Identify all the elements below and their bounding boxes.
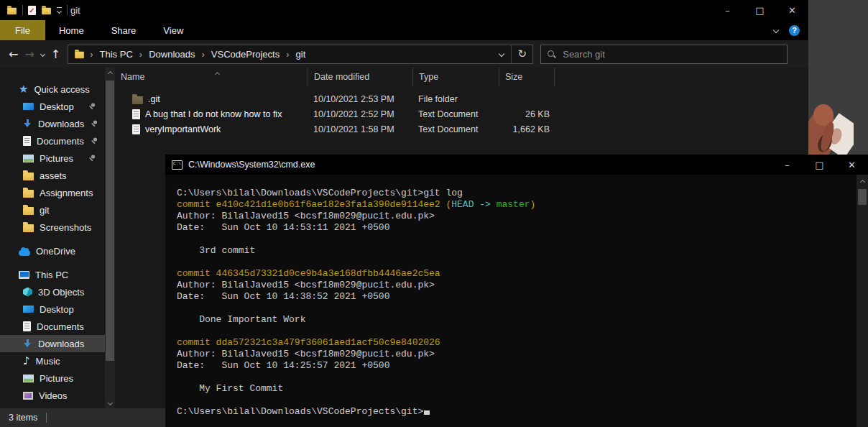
tab-view[interactable]: View <box>149 20 197 40</box>
column-headers: NameDate modifiedTypeSize <box>115 68 808 86</box>
sidebar-item-screenshots[interactable]: Screenshots <box>0 219 105 236</box>
sidebar-item-label: assets <box>40 170 67 181</box>
properties-icon[interactable]: ✓ <box>28 6 36 15</box>
explorer-minimize-button[interactable]: – <box>711 0 744 20</box>
sidebar-item-pictures[interactable]: Pictures <box>0 150 105 167</box>
tab-home[interactable]: Home <box>45 20 98 40</box>
file-type: File folder <box>412 94 499 104</box>
sidebar-item-documents[interactable]: Documents <box>0 318 105 335</box>
scroll-up-icon[interactable] <box>857 176 868 188</box>
sidebar-item-git[interactable]: git <box>0 201 105 219</box>
sort-ascending-icon <box>216 68 219 78</box>
sidebar-item-label: Pictures <box>40 373 73 384</box>
up-arrow-icon[interactable]: ↑ <box>51 47 60 61</box>
navigation-bar: ←→↑ ›This PC›Downloads›VSCodeProjects›gi… <box>0 40 808 68</box>
terminal-line: Done Important Work <box>177 314 857 326</box>
new-folder-icon[interactable] <box>41 5 52 15</box>
explorer-window-controls: –□✕ <box>711 0 808 20</box>
terminal-line: Author: BilalJaved15 <bcsf18m029@pucit.e… <box>177 349 857 360</box>
cmd-window-controls: –□✕ <box>771 155 868 175</box>
cmd-minimize-button[interactable]: – <box>771 155 803 175</box>
sidebar-item-assets[interactable]: assets <box>0 167 105 184</box>
sidebar-item-videos[interactable]: Videos <box>0 387 105 404</box>
pictures-icon <box>23 375 34 382</box>
column-header-date-modified[interactable]: Date modified <box>308 68 412 86</box>
sidebar-item-downloads[interactable]: Downloads <box>0 115 105 132</box>
breadcrumb-separator: › <box>201 49 204 60</box>
breadcrumb-item[interactable]: git <box>295 49 308 60</box>
column-header-type[interactable]: Type <box>412 68 499 86</box>
terminal-line <box>177 234 857 245</box>
scroll-down-icon[interactable] <box>105 397 115 408</box>
address-dropdown-chevron-icon[interactable] <box>492 45 511 63</box>
sidebar-item-label: Videos <box>39 390 68 401</box>
scroll-up-icon[interactable] <box>105 68 115 79</box>
help-icon[interactable]: ? <box>789 25 800 36</box>
recent-locations-chevron-icon[interactable] <box>41 52 45 56</box>
sidebar-item-assignments[interactable]: Assignments <box>0 184 105 201</box>
sidebar-item-3d-objects[interactable]: 3D Objects <box>0 283 105 300</box>
cmd-scrollbar[interactable] <box>857 175 868 427</box>
file-row[interactable]: A bug that I do not know how to fix10/10… <box>115 106 808 121</box>
column-header-name[interactable]: Name <box>115 68 308 86</box>
folder-icon <box>23 222 34 232</box>
sidebar-item-label: Documents <box>37 136 84 147</box>
file-name-text: A bug that I do not know how to fix <box>145 109 282 119</box>
collapse-ribbon-chevron-icon[interactable] <box>774 28 778 32</box>
refresh-icon[interactable]: ↻ <box>511 45 532 63</box>
cmd-titlebar: C:\ C:\Windows\System32\cmd.exe –□✕ <box>165 155 868 175</box>
breadcrumb-separator: › <box>286 49 289 60</box>
sidebar-item-label: Desktop <box>40 304 74 315</box>
sidebar-section-onedrive[interactable]: OneDrive <box>0 242 105 260</box>
cmd-icon[interactable]: C:\ <box>172 160 183 170</box>
file-date-modified: 10/10/2021 2:53 PM <box>308 94 412 104</box>
breadcrumb-item[interactable]: VSCodeProjects <box>210 49 281 60</box>
search-input[interactable] <box>563 49 781 60</box>
sidebar-item-pictures[interactable]: Pictures <box>0 369 105 387</box>
terminal-line <box>177 257 857 268</box>
qat-separator <box>67 5 68 15</box>
file-row[interactable]: .git10/10/2021 2:53 PMFile folder <box>115 91 808 106</box>
address-bar[interactable]: ›This PC›Downloads›VSCodeProjects›git ↻ <box>68 45 533 64</box>
file-name-text: .git <box>148 94 160 104</box>
pin-icon <box>88 154 96 162</box>
explorer-close-button[interactable]: ✕ <box>776 0 808 20</box>
address-bar-right: ↻ <box>492 45 532 63</box>
tab-file[interactable]: File <box>0 20 45 40</box>
sidebar-scrollbar[interactable] <box>105 68 115 408</box>
breadcrumb-item[interactable]: Downloads <box>147 49 196 60</box>
column-header-size[interactable]: Size <box>499 68 555 86</box>
sidebar-item-downloads[interactable]: Downloads <box>0 335 105 352</box>
explorer-maximize-button[interactable]: □ <box>744 0 776 20</box>
sidebar-item-desktop[interactable]: Desktop <box>0 98 105 115</box>
back-arrow-icon[interactable]: ← <box>9 47 18 61</box>
terminal-line <box>177 395 857 406</box>
terminal-line: My First Commit <box>177 383 857 395</box>
sidebar-item-music[interactable]: ♪Music <box>0 352 105 369</box>
cmd-scrollbar-thumb[interactable] <box>858 189 867 205</box>
tab-share[interactable]: Share <box>98 20 150 40</box>
search-box[interactable] <box>540 45 788 64</box>
breadcrumb-item[interactable]: This PC <box>98 49 134 60</box>
folder-icon <box>23 205 34 215</box>
breadcrumb-separator: › <box>90 49 93 60</box>
forward-arrow-icon[interactable]: → <box>24 47 34 61</box>
sidebar-item-label: Downloads <box>38 339 84 349</box>
sidebar-section-quick-access[interactable]: ★Quick access <box>0 81 105 98</box>
status-divider <box>46 413 47 423</box>
nav-arrows: ←→↑ <box>0 47 68 61</box>
cmd-window: C:\ C:\Windows\System32\cmd.exe –□✕ C:\U… <box>165 155 868 427</box>
file-row[interactable]: veryImportantWork10/10/2021 1:58 PMText … <box>115 121 808 137</box>
explorer-window-folder-icon[interactable] <box>6 5 17 15</box>
search-icon <box>547 50 556 59</box>
sidebar-section-this-pc[interactable]: This PC <box>0 266 105 283</box>
sidebar-item-documents[interactable]: Documents <box>0 132 105 150</box>
qat-customize-chevron-icon[interactable] <box>57 7 62 14</box>
cmd-close-button[interactable]: ✕ <box>836 155 868 175</box>
sidebar-item-desktop[interactable]: Desktop <box>0 300 105 318</box>
address-folder-icon <box>74 49 85 59</box>
cmd-maximize-button[interactable]: □ <box>803 155 836 175</box>
sidebar-scrollbar-thumb[interactable] <box>106 81 114 361</box>
file-type: Text Document <box>412 109 499 119</box>
terminal-line <box>177 326 857 337</box>
